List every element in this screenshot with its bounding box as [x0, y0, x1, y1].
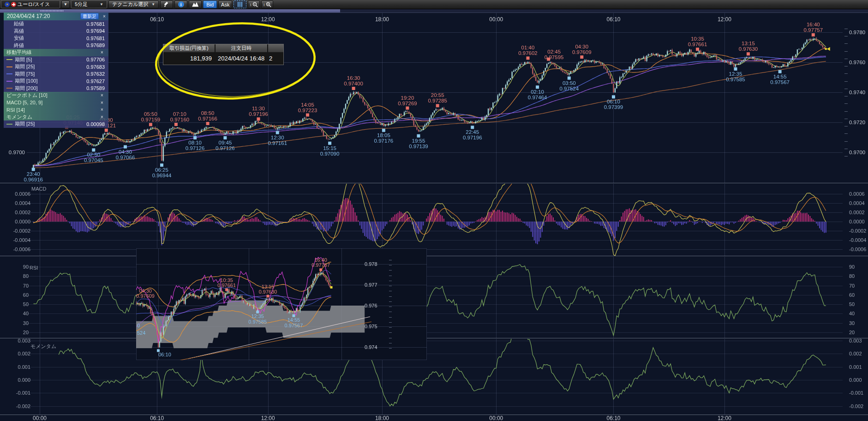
line-color-swatch — [6, 73, 12, 74]
section-label: RSI [14] — [6, 107, 25, 113]
candles-icon — [237, 2, 243, 7]
chart-style-button[interactable] — [189, 0, 202, 8]
row-label: 安値 — [6, 35, 24, 42]
close-icon[interactable]: × — [99, 93, 105, 98]
vertical-arrows-icon: ↕ — [250, 2, 251, 7]
technical-select-button[interactable]: テクニカル選択 ▼ — [108, 0, 159, 8]
info-button[interactable]: i — [174, 0, 187, 8]
ask-button[interactable]: Ask — [218, 0, 232, 8]
panel-row-3: 終値0.97689 — [4, 42, 108, 49]
extra-value: 2 — [266, 55, 283, 62]
pair-dropdown-arrow[interactable]: ▼ — [61, 0, 70, 8]
order-time-column-header: 注文日時 — [216, 44, 267, 52]
currency-pair-label: ユーロ/スイス — [18, 1, 50, 8]
eu-flag-icon — [5, 2, 10, 7]
section-label: MACD [5, 20, 9] — [6, 100, 42, 105]
row-label: 期間 [200] — [15, 85, 38, 92]
close-icon[interactable]: × — [99, 114, 105, 120]
row-label: 期間 [25] — [15, 63, 35, 70]
profit-column-header: 取引損益(円換算) — [163, 44, 215, 52]
panel-row-7: 期間 [75]0.97632 — [4, 71, 108, 78]
panel-section-12: RSI [14]× — [4, 106, 108, 114]
row-value: 0.97627 — [86, 78, 105, 84]
bid-button[interactable]: Bid — [203, 0, 217, 8]
section-label: ピークボトム [10] — [6, 92, 48, 99]
chart-canvas[interactable] — [0, 0, 868, 421]
line-color-swatch — [6, 66, 12, 67]
zoom-out-button[interactable]: ↕ — [248, 0, 260, 8]
row-label: 期間 [5] — [15, 56, 32, 63]
scrollbar-thumb[interactable] — [0, 9, 340, 12]
close-icon[interactable]: × — [99, 100, 105, 105]
fx-chart-window: ユーロ/スイス ▼ 5分足 ▼ テクニカル選択 ▼ i Bid Ask — [0, 0, 868, 421]
panel-row-6: 期間 [25]0.97683 — [4, 63, 108, 71]
timeframe-selector[interactable]: 5分足 ▼ — [71, 0, 107, 8]
magnifier-plus-icon — [266, 2, 271, 7]
row-label: 高値 — [6, 28, 24, 35]
row-value: 0.97689 — [86, 42, 105, 48]
row-label: 期間 [100] — [15, 78, 38, 84]
panel-row-8: 期間 [100]0.97627 — [4, 78, 108, 85]
draw-pencil-button[interactable] — [160, 0, 173, 8]
tooltip-value-row: 181,939 2024/04/24 16:48 2 — [163, 52, 283, 65]
panel-row-0: 始値0.97681 — [4, 20, 108, 28]
vertical-arrows-icon: ↕ — [263, 2, 265, 7]
panel-section-4: 移動平均線× — [4, 49, 108, 56]
magnifier-minus-icon — [252, 2, 258, 7]
row-value: 0.97632 — [86, 71, 105, 77]
chart-scrollbar[interactable] — [0, 9, 868, 12]
row-value: 0.97706 — [86, 57, 105, 62]
profit-value: 181,939 — [163, 55, 215, 62]
row-value: 0.97589 — [86, 85, 105, 91]
tooltip-header-row: 取引損益(円換算) 注文日時 — [163, 44, 283, 52]
technical-select-label: テクニカル選択 — [112, 1, 148, 8]
chevron-down-icon: ▼ — [151, 2, 155, 6]
timeframe-label: 5分足 — [75, 1, 88, 8]
row-label: 終値 — [6, 42, 24, 49]
row-value: 0.97681 — [86, 21, 105, 27]
row-label: 期間 [25] — [15, 120, 35, 127]
section-label: 移動平均線 — [6, 49, 32, 56]
order-time-value: 2024/04/24 16:48 — [215, 55, 266, 62]
panel-row-9: 期間 [200]0.97589 — [4, 85, 108, 92]
panel-row-2: 安値0.97681 — [4, 35, 108, 42]
scrollbar-grip[interactable] — [41, 10, 64, 12]
swiss-flag-icon — [11, 2, 16, 7]
zoom-in-button[interactable]: ↕ — [261, 0, 273, 8]
trade-info-tooltip: 取引損益(円換算) 注文日時 181,939 2024/04/24 16:48 … — [163, 44, 284, 65]
bar-datetime: 2024/04/24 17:20 — [7, 13, 80, 19]
panel-rows: 始値0.97681高値0.97694安値0.97681終値0.97689移動平均… — [4, 20, 108, 128]
pencil-icon — [164, 1, 170, 7]
data-window-panel: 2024/04/24 17:20 最新足 × 始値0.97681高値0.9769… — [4, 12, 108, 128]
row-label: 始値 — [6, 20, 24, 27]
latest-bar-badge[interactable]: 最新足 — [80, 13, 99, 19]
row-label: 期間 [75] — [15, 71, 35, 78]
panel-header: 2024/04/24 17:20 最新足 × — [4, 12, 108, 20]
line-color-swatch — [6, 81, 12, 82]
panel-row-5: 期間 [5]0.97706 — [4, 56, 108, 64]
close-icon[interactable]: × — [102, 14, 107, 19]
line-color-swatch — [6, 59, 12, 60]
panel-section-11: MACD [5, 20, 9]× — [4, 99, 108, 107]
candle-fit-button[interactable] — [233, 0, 246, 8]
panel-section-13: モメンタム× — [4, 114, 108, 121]
currency-pair-selector[interactable]: ユーロ/スイス — [1, 0, 60, 8]
extra-column-header — [268, 44, 283, 52]
info-icon: i — [178, 1, 184, 7]
row-value: 0.97683 — [86, 64, 105, 70]
toolbar: ユーロ/スイス ▼ 5分足 ▼ テクニカル選択 ▼ i Bid Ask — [0, 0, 868, 9]
panel-row-1: 高値0.97694 — [4, 28, 108, 35]
line-color-swatch — [6, 88, 12, 89]
row-value: 0.00098 — [86, 121, 105, 127]
close-icon[interactable]: × — [99, 107, 105, 112]
chevron-down-icon: ▼ — [100, 2, 103, 6]
panel-row-14: 期間 [25]0.00098 — [4, 120, 108, 128]
mountain-chart-icon — [192, 2, 198, 7]
section-label: モメンタム — [6, 114, 32, 120]
row-value: 0.97681 — [86, 36, 105, 41]
row-value: 0.97694 — [86, 28, 105, 34]
line-color-swatch — [6, 124, 12, 125]
close-icon[interactable]: × — [99, 50, 105, 55]
panel-section-10: ピークボトム [10]× — [4, 92, 108, 99]
